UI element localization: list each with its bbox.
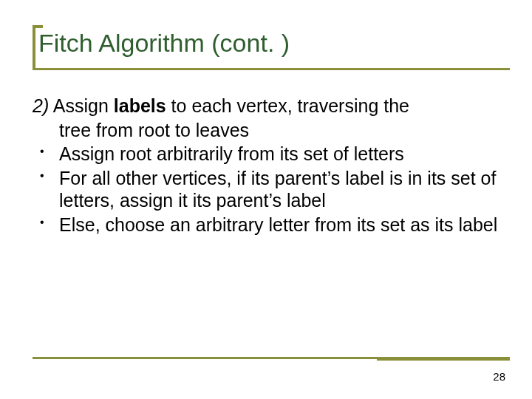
lead-text-1a: Assign — [49, 95, 114, 116]
step-number: 2) — [33, 95, 49, 116]
lead-line-2: tree from root to leaves — [33, 119, 499, 142]
title-underline — [33, 68, 510, 70]
list-item: Else, choose an arbitrary letter from it… — [33, 214, 499, 236]
bullet-list: Assign root arbitrarily from its set of … — [33, 143, 499, 236]
lead-bold: labels — [114, 95, 166, 116]
list-item: Assign root arbitrarily from its set of … — [33, 143, 499, 166]
page-number: 28 — [493, 370, 505, 383]
slide-title: Fitch Algorithm (cont. ) — [33, 28, 510, 58]
list-item: For all other vertices, if its parent’s … — [33, 167, 499, 212]
lead-text-1b: to each vertex, traversing the — [166, 95, 409, 116]
footer-rule — [33, 357, 510, 359]
lead-line-1: 2) Assign labels to each vertex, travers… — [33, 95, 499, 117]
slide: Fitch Algorithm (cont. ) 2) Assign label… — [0, 0, 532, 399]
title-block: Fitch Algorithm (cont. ) — [33, 28, 510, 58]
body: 2) Assign labels to each vertex, travers… — [33, 95, 499, 237]
